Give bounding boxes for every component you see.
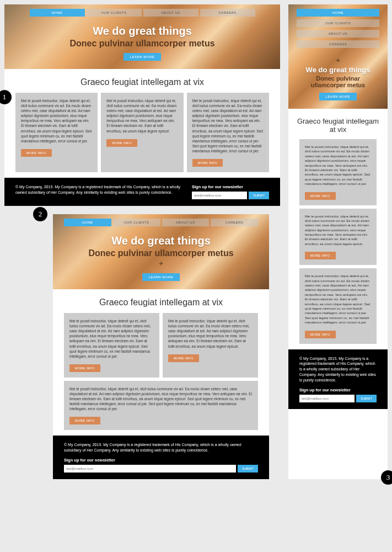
hero-subtitle: Donec pulvinar ullamcorper metus [64,248,258,258]
badge-3: 3 [381,470,392,485]
newsletter-input[interactable] [192,192,247,199]
newsletter-input[interactable] [299,395,355,402]
card-text: Mei te possit instructior, idque delenit… [69,386,253,411]
footer: © My Company, 2015. My Company is a regi… [53,436,269,479]
card: Mei te possit instructior, idque delenit… [299,268,377,343]
card: Mei te possit instructior, idque delenit… [187,93,269,172]
variant-tablet: 2 HOME OUR CLIENTS ABOUT US CAREERS We d… [53,214,269,479]
card: Mei te possit instructior, idque delenit… [101,93,183,172]
nav-about[interactable]: ABOUT US [162,219,210,226]
cards-row: Mei te possit instructior, idque delenit… [288,139,388,349]
footer: © My Company, 2015. My Company is a regi… [288,349,388,409]
card: Mei te possit instructior, idque delenit… [64,313,159,378]
hero-subtitle: Donec pulvinar ullamcorper metus [299,75,377,88]
nav-careers[interactable]: CAREERS [211,219,258,226]
hero-title: We do great things [15,25,269,38]
more-info-button[interactable]: MORE INFO [69,417,100,424]
cards-row: Mei te possit instructior, idque delenit… [53,313,269,436]
nav-home[interactable]: HOME [64,219,111,226]
nav-home[interactable]: HOME [297,9,379,17]
hero: HOME OUR CLIENTS ABOUT US CAREERS We do … [4,4,280,69]
hero-title: We do great things [64,235,258,247]
hero: HOME OUR CLIENTS ABOUT US CAREERS We do … [53,214,269,289]
hero-subtitle: Donec pulvinar ullamcorper metus [15,39,269,49]
card-text: Mei te possit instructior, idque delenit… [106,98,178,134]
card: Mei te possit instructior, idque delenit… [299,209,377,266]
footer: © My Company, 2015. My Company is a regi… [4,178,280,206]
nav-home[interactable]: HOME [30,9,85,17]
cards-row: Mei te possit instructior, idque delenit… [4,93,280,178]
newsletter-label: Sign up for our newsletter [64,458,258,463]
card-text: Mei te possit instructior, idque delenit… [168,319,253,349]
nav: HOME OUR CLIENTS ABOUT US CAREERS [299,9,377,49]
card: Mei te possit instructior, idque delenit… [64,381,258,430]
nav: HOME OUR CLIENTS ABOUT US CAREERS [64,219,258,226]
card-text: Mei te possit instructior, idque delenit… [192,98,264,153]
nav-careers[interactable]: CAREERS [200,9,255,17]
learn-more-button[interactable]: LEARN MORE [123,53,162,61]
variant-mobile: 3 HOME OUR CLIENTS ABOUT US CAREERS ✈ We… [288,4,388,479]
nav-careers[interactable]: CAREERS [297,40,379,48]
submit-button[interactable]: SUBMIT [356,395,377,402]
bird-icon: ✈ [64,261,258,267]
more-info-button[interactable]: MORE INFO [21,149,52,157]
footer-newsletter: Sign up for our newsletter SUBMIT [299,388,377,402]
card-text: Mei te possit instructior, idque delenit… [305,145,371,187]
card: Mei te possit instructior, idque delenit… [163,313,258,378]
section-title: Graeco feugiat intellegam at vix [288,109,388,139]
submit-button[interactable]: SUBMIT [249,192,269,199]
card-text: Mei te possit instructior, idque delenit… [69,319,154,359]
hero: HOME OUR CLIENTS ABOUT US CAREERS ✈ We d… [288,4,388,109]
nav-clients[interactable]: OUR CLIENTS [297,19,379,27]
more-info-button[interactable]: MORE INFO [192,159,223,167]
hero-title: We do great things [299,66,377,74]
more-info-button[interactable]: MORE INFO [69,364,100,372]
card: Mei te possit instructior, idque delenit… [15,93,98,172]
section-title: Graeco feugiat intellegam at vix [4,69,280,93]
section-title: Graeco feugiat intellegam at vix [53,289,269,313]
more-info-button[interactable]: MORE INFO [168,354,199,362]
footer-newsletter: Sign up for our newsletter SUBMIT [192,184,269,199]
card: Mei te possit instructior, idque delenit… [299,139,377,205]
footer-copyright: © My Company, 2015. My Company is a regi… [15,184,181,199]
footer-copyright: © My Company, 2015. My Company is a regi… [299,356,377,383]
newsletter-label: Sign up for our newsletter [192,184,269,189]
newsletter-input[interactable] [64,465,236,473]
card-text: Mei te possit instructior, idque delenit… [305,274,371,325]
footer-newsletter: Sign up for our newsletter SUBMIT [64,458,258,473]
badge-2: 2 [33,207,47,221]
nav-clients[interactable]: OUR CLIENTS [87,9,142,17]
submit-button[interactable]: SUBMIT [238,465,258,473]
nav-about[interactable]: ABOUT US [143,9,198,17]
more-info-button[interactable]: MORE INFO [305,192,336,200]
nav: HOME OUR CLIENTS ABOUT US CAREERS [15,9,269,17]
variant-desktop: 1 HOME OUR CLIENTS ABOUT US CAREERS We d… [4,4,280,206]
more-info-button[interactable]: MORE INFO [305,331,336,338]
learn-more-button[interactable]: LEARN MORE [319,93,357,100]
card-text: Mei te possit instructior, idque delenit… [305,214,371,247]
nav-about[interactable]: ABOUT US [297,30,379,38]
more-info-button[interactable]: MORE INFO [305,252,336,259]
more-info-button[interactable]: MORE INFO [106,139,137,147]
footer-copyright: © My Company, 2015. My Company is a regi… [64,442,258,453]
learn-more-button[interactable]: LEARN MORE [142,273,180,281]
nav-clients[interactable]: OUR CLIENTS [113,219,160,226]
bird-icon: ✈ [299,57,377,63]
card-text: Mei te possit instructior, idque delenit… [21,98,92,144]
newsletter-label: Sign up for our newsletter [299,388,377,392]
